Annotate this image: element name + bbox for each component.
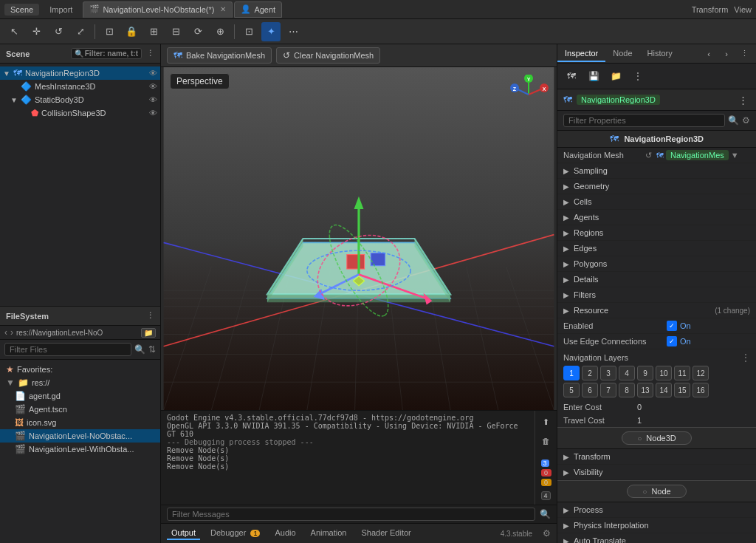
layer-btn-2[interactable]: 2 [582, 366, 598, 380]
section-geometry[interactable]: ▶ Geometry [557, 179, 756, 194]
eye-icon-collision[interactable]: 👁 [149, 109, 157, 117]
ins-tool-1[interactable]: 🗺 [562, 66, 581, 86]
tool-nav[interactable]: ✦ [261, 22, 281, 41]
3d-viewport[interactable]: Perspective Y X Z [161, 67, 557, 410]
node-select-menu[interactable]: ⋮ [735, 92, 750, 107]
section-edges[interactable]: ▶ Edges [557, 241, 756, 256]
layer-btn-15[interactable]: 15 [674, 383, 690, 397]
ins-menu-btn[interactable]: ⋮ [737, 47, 752, 61]
fs-item-nav-with-obstacle[interactable]: 🎬 NavigationLevel-WithObsta... [0, 443, 160, 456]
enabled-checkbox[interactable]: ✓ [667, 321, 677, 331]
layer-btn-16[interactable]: 16 [693, 383, 709, 397]
edge-connections-checkbox[interactable]: ✓ [667, 336, 677, 346]
filter-search-icon[interactable]: 🔍 [728, 115, 739, 126]
layer-btn-1[interactable]: 1 [563, 366, 580, 380]
output-filter-input[interactable] [167, 508, 535, 521]
tool-5[interactable]: ⊡ [100, 22, 119, 41]
nav-layers-menu-icon[interactable]: ⋮ [741, 352, 750, 363]
layer-btn-11[interactable]: 11 [674, 366, 690, 380]
filter-options-icon[interactable]: ⚙ [742, 115, 750, 126]
fs-item-icon-svg[interactable]: 🖼 icon.svg [0, 416, 160, 429]
layer-btn-4[interactable]: 4 [619, 366, 635, 380]
section-transform[interactable]: ▶ Transform [557, 449, 756, 465]
tab-navigation-level[interactable]: 🎬 NavigationLevel-NoObstacle(*) ✕ [83, 1, 233, 18]
layer-btn-10[interactable]: 10 [656, 366, 672, 380]
tool-10[interactable]: ⊕ [210, 22, 230, 41]
tool-snap[interactable]: ⊡ [239, 22, 258, 41]
eye-icon-nav[interactable]: 👁 [149, 69, 157, 78]
fs-item-agentgd[interactable]: 📄 agent.gd [0, 389, 160, 403]
close-tab-icon[interactable]: ✕ [220, 5, 226, 13]
tree-item-collision-shape[interactable]: ▶ ⬟ CollisionShape3D 👁 [0, 106, 160, 120]
nav-mesh-dropdown-icon[interactable]: ▼ [731, 151, 739, 160]
fs-menu-icon[interactable]: ⋮ [146, 311, 154, 321]
output-copy-btn[interactable]: ⬆ [538, 414, 554, 430]
section-auto-translate[interactable]: ▶ Auto Translate [557, 533, 756, 543]
tab-audio[interactable]: Audio [270, 527, 300, 540]
layer-btn-9[interactable]: 9 [637, 366, 653, 380]
bake-nav-mesh-button[interactable]: 🗺 Bake NavigationMesh [167, 47, 272, 64]
output-clear-btn[interactable]: 🗑 [538, 433, 554, 449]
inspector-filter-input[interactable] [563, 114, 725, 127]
layer-btn-14[interactable]: 14 [656, 383, 672, 397]
section-process[interactable]: ▶ Process [557, 502, 756, 518]
tree-item-navigation-region[interactable]: ▼ 🗺 NavigationRegion3D 👁 [0, 66, 160, 80]
tool-6[interactable]: 🔒 [122, 22, 141, 41]
fs-path-icon[interactable]: 📁 [141, 328, 156, 338]
arrow-left-icon[interactable]: ‹ [4, 327, 7, 338]
section-sampling[interactable]: ▶ Sampling [557, 163, 756, 179]
tree-item-mesh-instance[interactable]: ▶ 🔷 MeshInstance3D 👁 [0, 80, 160, 93]
tab-animation[interactable]: Animation [306, 527, 351, 540]
section-physics-interp[interactable]: ▶ Physics Interpolation [557, 518, 756, 533]
section-resource[interactable]: ▶ Resource (1 change) [557, 303, 756, 318]
tab-inspector[interactable]: Inspector [557, 46, 605, 62]
rotate-tool[interactable]: ↺ [49, 22, 68, 41]
ins-tool-3[interactable]: 📁 [606, 66, 625, 86]
tool-more[interactable]: ⋯ [284, 22, 303, 41]
tree-item-static-body[interactable]: ▼ 🔷 StaticBody3D 👁 [0, 93, 160, 106]
tool-8[interactable]: ⊟ [166, 22, 185, 41]
fs-item-agent-tscn[interactable]: 🎬 Agent.tscn [0, 403, 160, 416]
fs-item-res[interactable]: ▼ 📁 res:// [0, 376, 160, 389]
tab-node[interactable]: Node [605, 46, 639, 62]
section-filters[interactable]: ▶ Filters [557, 287, 756, 303]
tab-debugger[interactable]: Debugger 1 [206, 527, 264, 540]
transform-label[interactable]: Transform [692, 5, 729, 14]
scale-tool[interactable]: ⤢ [71, 22, 90, 41]
fs-filter-icon[interactable]: 🔍 [134, 344, 145, 355]
reload-icon[interactable]: ↺ [645, 151, 652, 160]
section-regions[interactable]: ▶ Regions [557, 225, 756, 241]
view-label[interactable]: View [734, 5, 752, 14]
fs-item-nav-no-obstacle[interactable]: 🎬 NavigationLevel-NoObstac... [0, 429, 160, 443]
ins-tool-2[interactable]: 💾 [584, 66, 603, 86]
scene-tab-label[interactable]: Scene [4, 4, 39, 16]
layer-btn-13[interactable]: 13 [637, 383, 653, 397]
tab-output[interactable]: Output [167, 527, 200, 540]
fs-sort-icon[interactable]: ⇅ [148, 344, 156, 355]
section-polygons[interactable]: ▶ Polygons [557, 256, 756, 272]
clear-nav-mesh-button[interactable]: ↺ Clear NavigationMesh [276, 47, 380, 64]
section-details[interactable]: ▶ Details [557, 272, 756, 287]
layer-btn-5[interactable]: 5 [563, 383, 580, 397]
tool-9[interactable]: ⟳ [188, 22, 207, 41]
tab-history[interactable]: History [640, 46, 680, 62]
scene-menu-icon[interactable]: ⋮ [146, 49, 154, 58]
fs-filter-input[interactable] [4, 343, 131, 356]
eye-icon-mesh[interactable]: 👁 [149, 82, 157, 91]
output-search-icon[interactable]: 🔍 [540, 509, 551, 519]
layer-btn-12[interactable]: 12 [693, 366, 709, 380]
perspective-label[interactable]: Perspective [170, 73, 230, 89]
output-options-icon[interactable]: ⚙ [543, 528, 551, 539]
layer-btn-7[interactable]: 7 [600, 383, 616, 397]
layer-btn-8[interactable]: 8 [619, 383, 635, 397]
ins-forward-btn[interactable]: › [719, 47, 734, 61]
tab-shader-editor[interactable]: Shader Editor [357, 527, 415, 540]
ins-back-btn[interactable]: ‹ [701, 47, 716, 61]
section-agents[interactable]: ▶ Agents [557, 210, 756, 225]
ins-tool-menu[interactable]: ⋮ [628, 66, 647, 86]
section-cells[interactable]: ▶ Cells [557, 194, 756, 210]
tab-agent[interactable]: 👤 Agent [234, 1, 282, 18]
section-visibility[interactable]: ▶ Visibility [557, 465, 756, 480]
move-tool[interactable]: ✛ [27, 22, 46, 41]
import-tab-label[interactable]: Import [44, 4, 78, 16]
